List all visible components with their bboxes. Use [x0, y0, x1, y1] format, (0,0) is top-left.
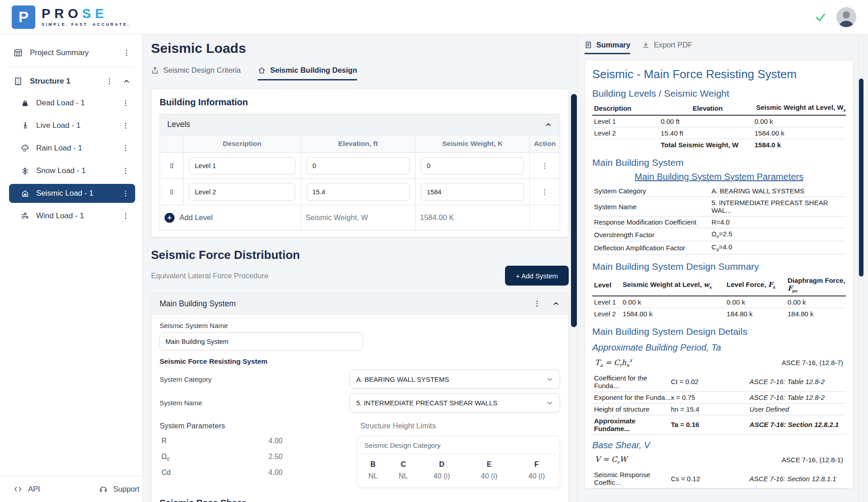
kebab-menu-icon[interactable]: [105, 77, 113, 85]
project-summary-icon: [14, 48, 23, 57]
drag-handle-icon[interactable]: [160, 178, 184, 205]
plus-icon: +: [165, 213, 175, 223]
row-kebab-icon[interactable]: [530, 178, 560, 205]
structure-height-limits-label: Structure Height Limits: [357, 422, 560, 430]
tab-summary[interactable]: Summary: [585, 41, 630, 54]
sdc-category: B: [357, 455, 389, 469]
period-formula: Ta = Cthnx: [595, 357, 632, 368]
kebab-menu-icon[interactable]: [122, 167, 130, 175]
table-row: Level 2 1584.00 k 184.80 k 184.80 k: [592, 308, 846, 320]
levels-section-header[interactable]: Levels: [160, 114, 560, 135]
column-header-action: Action: [530, 135, 560, 152]
weight-icon: [21, 99, 29, 108]
level-elevation-input[interactable]: [307, 183, 410, 201]
logo-letter: E: [95, 7, 108, 20]
logo-letter: R: [54, 7, 68, 20]
period-details-table: Coefficient for the Funda...Ct = 0.02ASC…: [592, 372, 846, 435]
person-walking-icon: [21, 122, 29, 130]
table-row: Exponent for the Funda...x = 0.75ASCE 7-…: [592, 391, 846, 403]
add-system-button[interactable]: + Add System: [505, 266, 569, 286]
seismic-system-name-label: Seismic System Name: [160, 322, 560, 329]
kebab-menu-icon[interactable]: [533, 300, 541, 308]
level-elevation-input[interactable]: [307, 157, 410, 174]
window-scrollbar-thumb[interactable]: [859, 79, 863, 277]
sdc-category: D: [418, 455, 466, 469]
main-building-system-header[interactable]: Main Building System: [151, 293, 568, 314]
summary-panel: Summary Export PDF Seismic - Main Force …: [577, 34, 868, 502]
level-description-input[interactable]: [189, 183, 295, 201]
table-row: Overstrength FactorΩ0=2.5: [592, 228, 846, 241]
window-scrollbar[interactable]: [858, 34, 864, 502]
wind-icon: [21, 212, 29, 221]
main-content: Seismic Loads Seismic Design Criteria Se…: [143, 34, 577, 502]
sidebar-item-rain-load[interactable]: Rain Load - 1: [9, 139, 135, 158]
sidebar-item-project-summary[interactable]: Project Summary: [0, 42, 142, 63]
tab-label: Summary: [596, 41, 630, 49]
sidebar-item-structure-1[interactable]: Structure 1: [0, 71, 142, 92]
rain-cloud-icon: [21, 144, 29, 153]
chevron-up-icon[interactable]: [544, 121, 552, 129]
seismic-weight-total-value: 1584.00 K: [415, 205, 530, 230]
add-level-button[interactable]: + Add Level: [160, 205, 301, 230]
sidebar-item-label: Project Summary: [30, 48, 123, 57]
sdc-category: F: [513, 455, 561, 469]
building-information-title: Building Information: [160, 97, 560, 108]
export-pdf-button[interactable]: Export PDF: [642, 41, 692, 54]
tab-label: Seismic Building Design: [270, 66, 357, 75]
row-kebab-icon[interactable]: [530, 152, 560, 178]
seismic-system-name-input[interactable]: [160, 333, 363, 351]
sidebar-item-label: Structure 1: [30, 77, 105, 86]
column-header-weight: Seismic Weight, K: [415, 135, 530, 152]
chevron-up-icon[interactable]: [123, 77, 131, 85]
levels-summary-table: Description Elevation Seismic Weight at …: [592, 102, 846, 150]
sidebar-item-live-load[interactable]: Live Load - 1: [9, 116, 135, 135]
sdc-category: E: [466, 455, 513, 469]
user-avatar[interactable]: [836, 7, 856, 27]
kebab-menu-icon[interactable]: [122, 189, 130, 197]
api-link[interactable]: API: [14, 485, 40, 493]
sidebar-divider: [7, 67, 135, 67]
building-information-card: Building Information Levels Description …: [151, 89, 569, 237]
tab-seismic-design-criteria[interactable]: Seismic Design Criteria: [151, 66, 241, 80]
level-weight-input[interactable]: [421, 157, 524, 174]
sidebar-item-wind-load[interactable]: Wind Load - 1: [9, 206, 135, 225]
support-link[interactable]: Support: [99, 485, 140, 493]
levels-table: Description Elevation, ft Seismic Weight…: [160, 135, 560, 230]
system-parameters-link[interactable]: Main Building System System Parameters: [592, 172, 846, 182]
system-category-label: System Category: [160, 375, 349, 383]
tab-label: Seismic Design Criteria: [163, 66, 241, 75]
sidebar-footer: API Support: [0, 476, 142, 502]
system-name-label: System Name: [160, 399, 349, 407]
system-parameters-table: System CategoryA. BEARING WALL SYSTEMS S…: [592, 185, 846, 254]
prose-wordmark: PROSE: [42, 7, 130, 20]
system-name-select[interactable]: 5. INTERMEDIATE PRECAST SHEAR WALLS: [349, 393, 560, 413]
code-reference: ASCE 7-16, (12.8-1): [782, 456, 843, 464]
add-level-label: Add Level: [179, 213, 212, 222]
logo-letter: P: [42, 7, 54, 20]
levels-heading: Building Levels / Seismic Weight: [592, 88, 846, 99]
level-weight-input[interactable]: [421, 183, 524, 201]
download-icon: [642, 41, 650, 49]
kebab-menu-icon[interactable]: [122, 99, 130, 107]
tab-seismic-building-design[interactable]: Seismic Building Design: [258, 66, 357, 80]
table-row: Response Modification CoefficientR=4.0: [592, 216, 846, 228]
procedure-subtitle: Equivalent Lateral Force Procedure: [151, 272, 269, 280]
table-row: [184, 152, 301, 178]
support-label: Support: [113, 485, 140, 493]
chevron-up-icon[interactable]: [552, 300, 560, 308]
kebab-menu-icon[interactable]: [122, 144, 130, 152]
main-scrollbar-thumb[interactable]: [571, 94, 577, 327]
sidebar-item-snow-load[interactable]: Snow Load - 1: [9, 161, 135, 180]
kebab-menu-icon[interactable]: [123, 49, 131, 57]
kebab-menu-icon[interactable]: [122, 122, 130, 130]
sidebar-item-seismic-load[interactable]: Seismic Load - 1: [9, 184, 135, 203]
system-category-select[interactable]: A. BEARING WALL SYSTEMS: [349, 370, 560, 389]
level-description-input[interactable]: [189, 157, 295, 174]
drag-handle-icon[interactable]: [160, 152, 184, 178]
kebab-menu-icon[interactable]: [122, 212, 130, 220]
table-row: Deflection Amplification FactorCd=4.0: [592, 241, 846, 254]
export-share-icon: [151, 66, 159, 75]
chevron-down-icon: [546, 399, 553, 407]
snowflake-icon: [21, 167, 29, 175]
sidebar-item-dead-load[interactable]: Dead Load - 1: [9, 94, 135, 113]
